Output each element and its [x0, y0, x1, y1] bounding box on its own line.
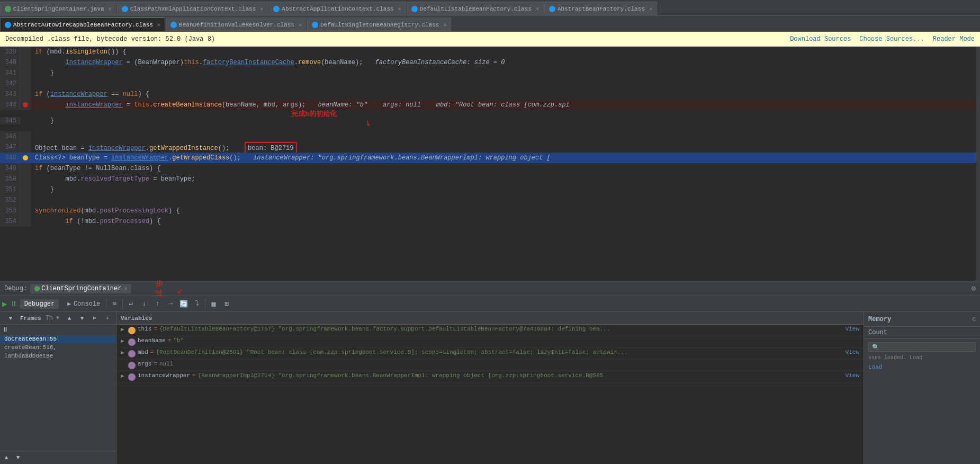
tab-icon-green: [5, 6, 11, 12]
console-tab-btn[interactable]: ▶ Console: [63, 299, 104, 309]
tab-close[interactable]: ✕: [649, 6, 652, 12]
step-btn-2[interactable]: ↓: [138, 298, 150, 310]
variables-header: Variables: [116, 312, 864, 325]
var-icon-this: [128, 327, 136, 334]
tab-icon-cyan5: [5, 22, 11, 28]
download-sources-link[interactable]: Download Sources: [790, 35, 851, 43]
memory-label: Memory: [868, 316, 891, 323]
var-expand-instanceWrapper[interactable]: ▶: [121, 372, 128, 379]
choose-sources-link[interactable]: Choose Sources...: [859, 35, 924, 43]
var-this[interactable]: ▶ this = {DefaultListableBeanFactory@175…: [116, 325, 864, 336]
tab-AbstractBeanFactory[interactable]: AbstractBeanFactory.class ✕: [544, 2, 657, 15]
count-label: Count: [868, 329, 976, 336]
step-btn-6[interactable]: ⤵: [191, 298, 203, 310]
classes-loaded-text: sses loaded. Load: [864, 354, 980, 362]
tab-BeanDefinitionValue[interactable]: BeanDefinitionValueResolver.class ✕: [166, 17, 307, 31]
frames-up-btn[interactable]: ▲: [64, 313, 75, 324]
thread-dropdown[interactable]: ▼: [56, 315, 59, 321]
reader-mode-label[interactable]: Reader Mode: [933, 35, 975, 43]
step-over-settings-btn[interactable]: ≡: [108, 298, 121, 310]
tab-AbstractAutowire[interactable]: AbstractAutowireCapableBeanFactory.class…: [0, 17, 165, 31]
tab-ClassPathXml[interactable]: ClassPathXmlApplicationContext.class ✕: [117, 2, 268, 15]
code-editor: 339 if (mbd.isSingleton()) { 340 instanc…: [0, 47, 980, 281]
tab-icon-cyan: [122, 6, 128, 12]
debug-toolbar: ▶ ⏸ Debugger ▶ Console ≡ ↩ ↓ ↑ → 🔄 ⤵: [0, 296, 980, 312]
tab-close[interactable]: ✕: [260, 6, 263, 12]
var-view-this[interactable]: View: [846, 326, 859, 332]
tab-close[interactable]: ✕: [299, 22, 302, 28]
step-btn-3[interactable]: ↑: [151, 298, 164, 310]
frames-add-btn[interactable]: +: [102, 313, 113, 324]
session-label: ClientSpringContainer: [41, 285, 121, 292]
right-panel: Memory C Count sses loaded. Load Load: [864, 312, 980, 464]
debug-content: ▼ Frames Th ▼ ▲ ▼ ⊳ + ⏸: [0, 312, 980, 464]
restore-btn[interactable]: ⊞: [220, 298, 233, 310]
class-search-input[interactable]: [868, 342, 976, 352]
run-button[interactable]: ▶: [2, 299, 7, 309]
debug-title-bar: Debug: ClientSpringContainer ✕ 步过 ↙ ⚙: [0, 281, 980, 296]
var-mbd[interactable]: ▶ mbd = {RootBeanDefinition@2501} "Root …: [116, 348, 864, 360]
tab-close[interactable]: ✕: [109, 6, 112, 12]
code-line-348: 348 Class<?> beanType = instanceWrapper.…: [0, 153, 980, 163]
scroll-down-btn[interactable]: ▼: [13, 452, 23, 463]
code-line-349: 349 if (beanType != NullBean.class) {: [0, 163, 980, 174]
var-expand-this[interactable]: ▶: [121, 326, 128, 333]
code-line-344: 344 instanceWrapper = this.createBeanIns…: [0, 100, 980, 110]
code-line-346: 346: [0, 131, 980, 142]
pause-indicator[interactable]: ⏸: [0, 326, 11, 334]
debug-session-tab[interactable]: ClientSpringContainer ✕: [30, 284, 131, 293]
var-args[interactable]: ▶ args = null: [116, 360, 864, 371]
step-btn-5[interactable]: 🔄: [177, 298, 190, 310]
frames-dropdown-btn[interactable]: ▼: [5, 313, 16, 324]
frames-down-btn[interactable]: ▼: [77, 313, 87, 324]
editor-scrollbar[interactable]: [976, 47, 980, 281]
tab-close[interactable]: ✕: [398, 6, 401, 12]
tab-bar-row1: ClientSpringContainer.java ✕ ClassPathXm…: [0, 0, 980, 16]
frame-btn[interactable]: ▦: [207, 298, 220, 310]
tab-AbstractApplication[interactable]: AbstractApplicationContext.class ✕: [268, 2, 406, 15]
tab-icon-cyan3: [411, 6, 418, 12]
info-bar: Decompiled .class file, bytecode version…: [0, 32, 980, 47]
scroll-up-btn[interactable]: ▲: [1, 452, 12, 463]
tab-DefaultSingleton[interactable]: DefaultSingletonBeanRegistry.class ✕: [307, 17, 451, 31]
frame-doCreateBean[interactable]: doCreateBean:55: [0, 335, 116, 343]
search-section: [864, 339, 980, 354]
frame-lambda[interactable]: lambda$doGetBe: [0, 352, 116, 360]
code-line-340: 340 instanceWrapper = (BeanWrapper)this.…: [0, 57, 980, 68]
tab-close[interactable]: ✕: [157, 22, 160, 28]
var-view-mbd[interactable]: View: [846, 349, 859, 355]
annotation-init: 完成b的初始化: [291, 109, 337, 119]
gear-icon[interactable]: ⚙: [972, 284, 976, 293]
var-icon-args: [128, 362, 136, 369]
tab-icon-cyan4: [549, 6, 555, 12]
var-instanceWrapper[interactable]: ▶ instanceWrapper = {BeanWrapperImpl@271…: [116, 371, 864, 383]
debugger-tab-btn[interactable]: Debugger: [20, 299, 59, 309]
var-view-instanceWrapper[interactable]: View: [846, 372, 859, 379]
code-line-350: 350 mbd.resolvedTargetType = beanType;: [0, 174, 980, 184]
variables-list: ▶ this = {DefaultListableBeanFactory@175…: [116, 325, 864, 464]
var-expand-beanName[interactable]: ▶: [121, 337, 128, 344]
frames-nav: ▼: [3, 313, 18, 324]
tab-close[interactable]: ✕: [443, 22, 446, 28]
code-line-343: 343 if (instanceWrapper == null) {: [0, 89, 980, 100]
code-line-341: 341 }: [0, 68, 980, 78]
code-line-339: 339 if (mbd.isSingleton()) {: [0, 47, 980, 57]
tab-ClientSpringContainer[interactable]: ClientSpringContainer.java ✕: [0, 2, 116, 15]
tab-DefaultListable[interactable]: DefaultListableBeanFactory.class ✕: [407, 2, 544, 15]
tab-bar-row2: AbstractAutowireCapableBeanFactory.class…: [0, 16, 980, 32]
tab-close[interactable]: ✕: [536, 6, 539, 12]
code-line-353: 353 synchronized(mbd.postProcessingLock)…: [0, 206, 980, 216]
tab-icon-cyan2: [273, 6, 280, 12]
step-btn-1[interactable]: ↩: [124, 298, 137, 310]
pause-button[interactable]: ⏸: [10, 300, 17, 308]
code-line-342: 342: [0, 78, 980, 89]
console-label: Console: [74, 300, 100, 308]
load-link[interactable]: Load: [864, 362, 980, 372]
var-expand-mbd[interactable]: ▶: [121, 349, 128, 356]
session-close[interactable]: ✕: [124, 285, 127, 292]
annotation-area: 345 } 完成b的初始化 ↘: [0, 110, 980, 131]
var-beanName[interactable]: ▶ beanName = "b": [116, 336, 864, 348]
frame-createBean[interactable]: createBean:516,: [0, 343, 116, 352]
step-btn-4[interactable]: →: [164, 298, 177, 310]
frames-filter-btn[interactable]: ⊳: [89, 313, 100, 324]
